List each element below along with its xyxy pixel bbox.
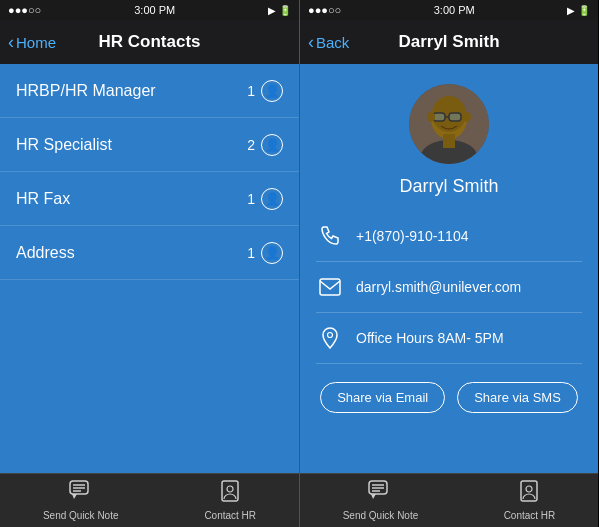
- left-tab-contact-hr[interactable]: Contact HR: [204, 480, 256, 521]
- phone-row[interactable]: +1(870)-910-1104: [316, 211, 582, 262]
- right-tab-contact-hr[interactable]: Contact HR: [504, 480, 556, 521]
- svg-rect-14: [443, 134, 455, 148]
- left-nav-bar: ‹ Home HR Contacts: [0, 20, 299, 64]
- email-row[interactable]: darryl.smith@unilever.com: [316, 262, 582, 313]
- right-contact-hr-icon: [518, 480, 540, 507]
- right-back-arrow-icon: ‹: [308, 33, 314, 51]
- back-arrow-icon: ‹: [8, 33, 14, 51]
- svg-rect-11: [449, 113, 461, 121]
- back-label: Home: [16, 34, 56, 51]
- phone-text: +1(870)-910-1104: [356, 228, 468, 244]
- right-battery-area: ▶ 🔋: [567, 5, 590, 16]
- left-status-bar: ●●●○○ 3:00 PM ▶ 🔋: [0, 0, 299, 20]
- battery-area: ▶ 🔋: [268, 5, 291, 16]
- phone-icon: [316, 222, 344, 250]
- list-item-count-hrbp: 1: [247, 83, 255, 99]
- list-item-label-address: Address: [16, 244, 75, 262]
- quick-note-icon: [69, 480, 93, 507]
- right-tab-contact-hr-label: Contact HR: [504, 510, 556, 521]
- home-back-button[interactable]: ‹ Home: [8, 33, 56, 51]
- svg-marker-20: [371, 494, 376, 499]
- list-item-count-fax: 1: [247, 191, 255, 207]
- right-tab-quick-note[interactable]: Send Quick Note: [343, 480, 419, 521]
- action-buttons: Share via Email Share via SMS: [320, 382, 578, 413]
- right-signal-icon: ●●●○○: [308, 4, 341, 16]
- list-item-right-hrbp: 1 👤: [247, 80, 283, 102]
- list-item-label-fax: HR Fax: [16, 190, 70, 208]
- signal-icon: ●●●○○: [8, 4, 41, 16]
- list-item-hrbp[interactable]: HRBP/HR Manager 1 👤: [0, 64, 299, 118]
- right-battery-icon: ▶ 🔋: [567, 5, 590, 16]
- contact-detail: Darryl Smith +1(870)-910-1104 d: [300, 64, 598, 473]
- contact-list: HRBP/HR Manager 1 👤 HR Specialist 2 👤 HR…: [0, 64, 299, 473]
- right-panel: ●●●○○ 3:00 PM ▶ 🔋 ‹ Back Darryl Smith: [299, 0, 598, 527]
- share-email-button[interactable]: Share via Email: [320, 382, 445, 413]
- list-item-address[interactable]: Address 1 👤: [0, 226, 299, 280]
- contact-hr-icon: [219, 480, 241, 507]
- left-tab-contact-hr-label: Contact HR: [204, 510, 256, 521]
- back-button[interactable]: ‹ Back: [308, 33, 349, 51]
- list-item-right-fax: 1 👤: [247, 188, 283, 210]
- right-nav-title: Darryl Smith: [398, 32, 499, 52]
- left-tab-bar: Send Quick Note Contact HR: [0, 473, 299, 527]
- contact-info-rows: +1(870)-910-1104 darryl.smith@unilever.c…: [316, 211, 582, 364]
- location-icon: [316, 324, 344, 352]
- share-sms-button[interactable]: Share via SMS: [457, 382, 578, 413]
- left-tab-quick-note-label: Send Quick Note: [43, 510, 119, 521]
- svg-rect-17: [320, 279, 340, 295]
- left-panel: ●●●○○ 3:00 PM ▶ 🔋 ‹ Home HR Contacts HRB…: [0, 0, 299, 527]
- list-item-right-address: 1 👤: [247, 242, 283, 264]
- list-item-label-hrbp: HRBP/HR Manager: [16, 82, 156, 100]
- email-icon: [316, 273, 344, 301]
- left-nav-title: HR Contacts: [98, 32, 200, 52]
- person-icon-fax: 👤: [261, 188, 283, 210]
- person-icon-hrbp: 👤: [261, 80, 283, 102]
- right-tab-bar: Send Quick Note Contact HR: [300, 473, 598, 527]
- right-quick-note-icon: [368, 480, 392, 507]
- right-back-label: Back: [316, 34, 349, 51]
- right-tab-quick-note-label: Send Quick Note: [343, 510, 419, 521]
- svg-point-16: [463, 112, 471, 122]
- list-item-label-specialist: HR Specialist: [16, 136, 112, 154]
- right-signal-area: ●●●○○: [308, 4, 341, 16]
- hours-row: Office Hours 8AM- 5PM: [316, 313, 582, 364]
- svg-point-6: [227, 486, 233, 492]
- right-nav-bar: ‹ Back Darryl Smith: [300, 20, 598, 64]
- person-icon-address: 👤: [261, 242, 283, 264]
- list-item-fax[interactable]: HR Fax 1 👤: [0, 172, 299, 226]
- right-time: 3:00 PM: [434, 4, 475, 16]
- list-item-specialist[interactable]: HR Specialist 2 👤: [0, 118, 299, 172]
- signal-area: ●●●○○: [8, 4, 41, 16]
- email-text: darryl.smith@unilever.com: [356, 279, 521, 295]
- list-item-count-specialist: 2: [247, 137, 255, 153]
- right-status-bar: ●●●○○ 3:00 PM ▶ 🔋: [300, 0, 598, 20]
- hours-text: Office Hours 8AM- 5PM: [356, 330, 504, 346]
- svg-marker-1: [72, 494, 77, 499]
- contact-name: Darryl Smith: [399, 176, 498, 197]
- svg-point-25: [526, 486, 532, 492]
- left-time: 3:00 PM: [134, 4, 175, 16]
- svg-point-18: [328, 333, 333, 338]
- avatar: [409, 84, 489, 164]
- list-item-right-specialist: 2 👤: [247, 134, 283, 156]
- battery-icon: ▶ 🔋: [268, 5, 291, 16]
- left-tab-quick-note[interactable]: Send Quick Note: [43, 480, 119, 521]
- list-item-count-address: 1: [247, 245, 255, 261]
- person-icon-specialist: 👤: [261, 134, 283, 156]
- svg-point-15: [427, 112, 435, 122]
